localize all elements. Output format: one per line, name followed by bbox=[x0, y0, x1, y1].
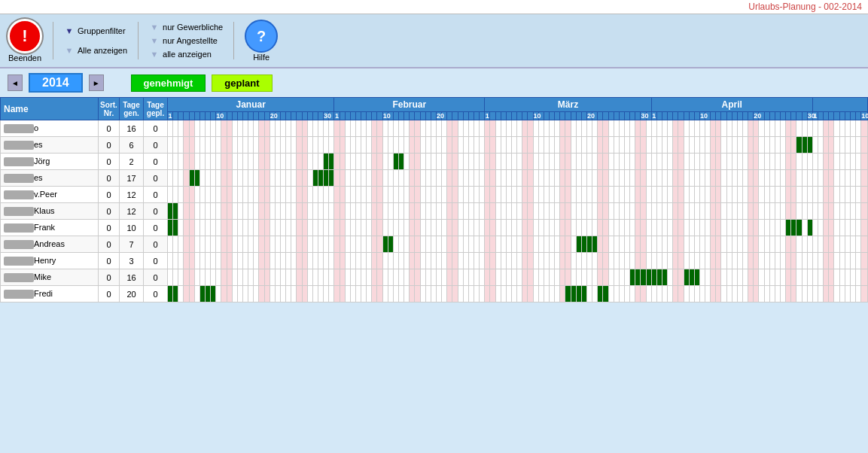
cal-day-cell[interactable] bbox=[410, 203, 415, 220]
cal-day-cell[interactable] bbox=[211, 170, 216, 187]
cal-day-cell[interactable] bbox=[168, 220, 173, 236]
cal-day-cell[interactable] bbox=[355, 286, 361, 303]
cal-day-cell[interactable] bbox=[796, 137, 802, 154]
cal-day-cell[interactable] bbox=[565, 137, 571, 154]
cal-day-cell[interactable] bbox=[732, 286, 737, 303]
cal-day-cell[interactable] bbox=[248, 286, 254, 303]
cal-day-cell[interactable] bbox=[673, 236, 678, 253]
cal-day-cell[interactable] bbox=[367, 269, 372, 286]
cal-day-cell[interactable] bbox=[184, 220, 189, 236]
cal-day-cell[interactable] bbox=[576, 286, 581, 303]
cal-day-cell[interactable] bbox=[425, 236, 431, 253]
cal-day-cell[interactable] bbox=[684, 253, 689, 269]
cal-day-cell[interactable] bbox=[641, 286, 646, 303]
cal-day-cell[interactable] bbox=[533, 137, 538, 154]
cal-day-cell[interactable] bbox=[345, 187, 350, 203]
cal-day-cell[interactable] bbox=[732, 137, 737, 154]
cal-day-cell[interactable] bbox=[205, 236, 210, 253]
cal-day-cell[interactable] bbox=[699, 236, 705, 253]
cal-day-cell[interactable] bbox=[480, 203, 485, 220]
cal-day-cell[interactable] bbox=[834, 137, 839, 154]
cal-day-cell[interactable] bbox=[248, 137, 254, 154]
cal-day-cell[interactable] bbox=[598, 253, 603, 269]
cal-day-cell[interactable] bbox=[184, 137, 189, 154]
cal-day-cell[interactable] bbox=[711, 170, 716, 187]
cal-day-cell[interactable] bbox=[624, 137, 629, 154]
cal-day-cell[interactable] bbox=[232, 286, 237, 303]
cal-day-cell[interactable] bbox=[586, 220, 592, 236]
cal-day-cell[interactable] bbox=[673, 286, 678, 303]
cal-day-cell[interactable] bbox=[382, 220, 388, 236]
cal-day-cell[interactable] bbox=[382, 120, 388, 137]
cal-day-cell[interactable] bbox=[839, 170, 845, 187]
cal-day-cell[interactable] bbox=[399, 120, 404, 137]
cal-day-cell[interactable] bbox=[324, 203, 329, 220]
cal-day-cell[interactable] bbox=[549, 269, 554, 286]
cal-day-cell[interactable] bbox=[850, 269, 855, 286]
cal-day-cell[interactable] bbox=[694, 286, 699, 303]
cal-day-cell[interactable] bbox=[168, 137, 173, 154]
cal-day-cell[interactable] bbox=[576, 170, 581, 187]
cal-day-cell[interactable] bbox=[856, 286, 861, 303]
cal-day-cell[interactable] bbox=[178, 120, 184, 137]
cal-day-cell[interactable] bbox=[420, 137, 425, 154]
cal-day-cell[interactable] bbox=[168, 170, 173, 187]
cal-day-cell[interactable] bbox=[614, 203, 619, 220]
cal-day-cell[interactable] bbox=[522, 154, 528, 170]
cal-day-cell[interactable] bbox=[367, 203, 372, 220]
cal-day-cell[interactable] bbox=[485, 120, 490, 137]
cal-day-cell[interactable] bbox=[334, 203, 340, 220]
cal-day-cell[interactable] bbox=[592, 154, 598, 170]
cal-day-cell[interactable] bbox=[678, 220, 684, 236]
cal-day-cell[interactable] bbox=[522, 253, 528, 269]
cal-day-cell[interactable] bbox=[533, 187, 538, 203]
cal-day-cell[interactable] bbox=[619, 269, 624, 286]
cal-day-cell[interactable] bbox=[743, 154, 748, 170]
cal-day-cell[interactable] bbox=[264, 286, 270, 303]
nur-gewerbliche-item[interactable]: ▼ nur Gewerbliche bbox=[149, 22, 223, 32]
cal-day-cell[interactable] bbox=[173, 137, 178, 154]
cal-day-cell[interactable] bbox=[420, 236, 425, 253]
nur-angestellte-item[interactable]: ▼ nur Angestellte bbox=[149, 35, 218, 46]
cal-day-cell[interactable] bbox=[619, 187, 624, 203]
cal-day-cell[interactable] bbox=[630, 137, 635, 154]
cal-day-cell[interactable] bbox=[490, 137, 495, 154]
cal-day-cell[interactable] bbox=[248, 269, 254, 286]
cal-day-cell[interactable] bbox=[291, 253, 297, 269]
cal-day-cell[interactable] bbox=[824, 154, 829, 170]
cal-day-cell[interactable] bbox=[592, 269, 598, 286]
cal-day-cell[interactable] bbox=[764, 120, 769, 137]
cal-day-cell[interactable] bbox=[377, 170, 382, 187]
cal-day-cell[interactable] bbox=[205, 170, 210, 187]
cal-day-cell[interactable] bbox=[275, 203, 280, 220]
cal-day-cell[interactable] bbox=[608, 253, 614, 269]
cal-day-cell[interactable] bbox=[425, 170, 431, 187]
cal-day-cell[interactable] bbox=[576, 220, 581, 236]
cal-day-cell[interactable] bbox=[646, 154, 651, 170]
cal-day-cell[interactable] bbox=[845, 154, 850, 170]
cal-day-cell[interactable] bbox=[334, 187, 340, 203]
cal-day-cell[interactable] bbox=[791, 203, 796, 220]
cal-day-cell[interactable] bbox=[275, 236, 280, 253]
cal-day-cell[interactable] bbox=[329, 170, 334, 187]
cal-day-cell[interactable] bbox=[748, 269, 754, 286]
cal-day-cell[interactable] bbox=[517, 170, 522, 187]
cal-day-cell[interactable] bbox=[382, 187, 388, 203]
cal-day-cell[interactable] bbox=[635, 170, 641, 187]
cal-day-cell[interactable] bbox=[619, 120, 624, 137]
cal-day-cell[interactable] bbox=[329, 269, 334, 286]
cal-day-cell[interactable] bbox=[372, 253, 377, 269]
cal-day-cell[interactable] bbox=[726, 286, 732, 303]
cal-day-cell[interactable] bbox=[452, 120, 458, 137]
cal-day-cell[interactable] bbox=[420, 170, 425, 187]
cal-day-cell[interactable] bbox=[340, 154, 345, 170]
cal-day-cell[interactable] bbox=[345, 286, 350, 303]
gruppenfilter-item[interactable]: ▼ Gruppenfilter bbox=[64, 26, 126, 36]
cal-day-cell[interactable] bbox=[694, 170, 699, 187]
cal-day-cell[interactable] bbox=[818, 286, 824, 303]
cal-day-cell[interactable] bbox=[769, 154, 775, 170]
cal-day-cell[interactable] bbox=[699, 286, 705, 303]
cal-day-cell[interactable] bbox=[538, 269, 544, 286]
cal-day-cell[interactable] bbox=[248, 203, 254, 220]
cal-day-cell[interactable] bbox=[565, 253, 571, 269]
